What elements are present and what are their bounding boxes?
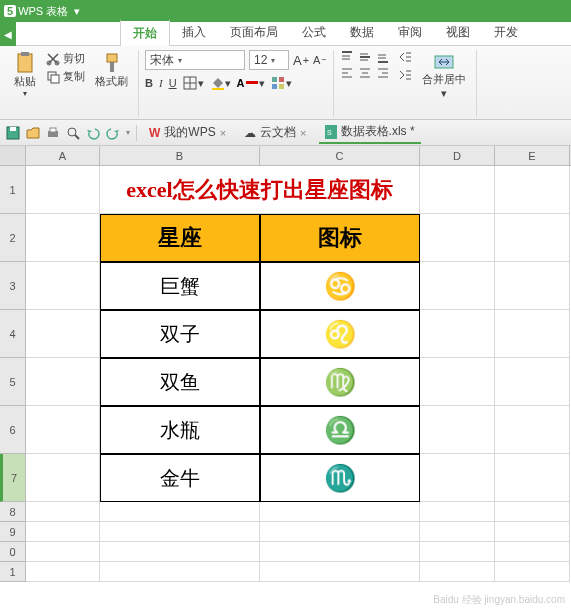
row-header[interactable]: 1 xyxy=(0,562,25,582)
cell[interactable] xyxy=(260,562,420,582)
cell[interactable] xyxy=(420,406,495,454)
select-all-corner[interactable] xyxy=(0,146,26,165)
cell[interactable] xyxy=(495,406,570,454)
qat-redo-button[interactable] xyxy=(106,126,120,140)
row-header[interactable]: 0 xyxy=(0,542,25,562)
zodiac-name-cell[interactable]: 双鱼 xyxy=(100,358,260,406)
cell[interactable] xyxy=(260,522,420,542)
cell[interactable] xyxy=(26,522,100,542)
row-header[interactable]: 8 xyxy=(0,502,25,522)
cell[interactable] xyxy=(260,502,420,522)
doctab-cloud[interactable]: ☁ 云文档 × xyxy=(238,122,312,143)
cell[interactable] xyxy=(495,358,570,406)
col-header-B[interactable]: B xyxy=(100,146,260,165)
font-name-combo[interactable]: 宋体▾ xyxy=(145,50,245,70)
doctab-mywps[interactable]: W 我的WPS × xyxy=(143,122,232,143)
col-header-D[interactable]: D xyxy=(420,146,495,165)
increase-indent-button[interactable] xyxy=(398,68,412,82)
qat-preview-button[interactable] xyxy=(66,126,80,140)
cell[interactable] xyxy=(420,502,495,522)
align-top-button[interactable] xyxy=(340,50,356,64)
cell[interactable] xyxy=(420,522,495,542)
paste-button[interactable]: 粘贴 ▾ xyxy=(10,50,40,100)
cell[interactable] xyxy=(26,406,100,454)
zodiac-name-cell[interactable]: 巨蟹 xyxy=(100,262,260,310)
cell[interactable] xyxy=(26,562,100,582)
cell[interactable] xyxy=(26,454,100,502)
qat-save-button[interactable] xyxy=(6,126,20,140)
table-header-name[interactable]: 星座 xyxy=(100,214,260,262)
cell[interactable] xyxy=(26,310,100,358)
border-button[interactable]: ▾ xyxy=(183,76,204,90)
cell[interactable] xyxy=(260,542,420,562)
cell[interactable] xyxy=(420,310,495,358)
cut-button[interactable]: 剪切 xyxy=(44,50,87,67)
row-header[interactable]: 6 xyxy=(0,406,25,454)
qat-more-button[interactable]: ▾ xyxy=(126,128,130,137)
zodiac-icon-cell[interactable]: ♌ xyxy=(260,310,420,358)
align-center-button[interactable] xyxy=(358,66,374,80)
underline-button[interactable]: U xyxy=(169,77,177,89)
cell[interactable] xyxy=(420,358,495,406)
cell[interactable] xyxy=(100,502,260,522)
cell[interactable] xyxy=(26,358,100,406)
cell[interactable] xyxy=(495,262,570,310)
qat-undo-button[interactable] xyxy=(86,126,100,140)
cell[interactable] xyxy=(495,522,570,542)
cell[interactable] xyxy=(100,562,260,582)
zodiac-name-cell[interactable]: 水瓶 xyxy=(100,406,260,454)
doctab-file[interactable]: S 数据表格.xls * xyxy=(319,121,421,144)
align-right-button[interactable] xyxy=(376,66,392,80)
align-left-button[interactable] xyxy=(340,66,356,80)
cell[interactable] xyxy=(26,262,100,310)
qat-open-button[interactable] xyxy=(26,126,40,140)
title-cell[interactable]: excel怎么快速打出星座图标 xyxy=(100,166,420,214)
align-bottom-button[interactable] xyxy=(376,50,392,64)
collapse-caret[interactable]: ◀ xyxy=(0,22,16,46)
cell[interactable] xyxy=(100,542,260,562)
cell[interactable] xyxy=(420,166,495,214)
tab-view[interactable]: 视图 xyxy=(434,20,482,45)
format-painter-button[interactable]: 格式刷 xyxy=(91,50,132,100)
row-header[interactable]: 3 xyxy=(0,262,25,310)
row-header[interactable]: 5 xyxy=(0,358,25,406)
row-header[interactable]: 4 xyxy=(0,310,25,358)
row-header[interactable]: 9 xyxy=(0,522,25,542)
tab-review[interactable]: 审阅 xyxy=(386,20,434,45)
close-icon[interactable]: × xyxy=(300,127,306,139)
zodiac-name-cell[interactable]: 双子 xyxy=(100,310,260,358)
cell[interactable] xyxy=(26,502,100,522)
row-header-selected[interactable]: 7 xyxy=(0,454,25,502)
app-menu-arrow[interactable]: ▾ xyxy=(74,5,80,18)
cell[interactable] xyxy=(495,310,570,358)
copy-button[interactable]: 复制 xyxy=(44,68,87,85)
font-size-combo[interactable]: 12▾ xyxy=(249,50,289,70)
cell[interactable] xyxy=(495,542,570,562)
cell[interactable] xyxy=(420,454,495,502)
cell[interactable] xyxy=(26,542,100,562)
zodiac-icon-cell[interactable]: ♏ xyxy=(260,454,420,502)
cell[interactable] xyxy=(100,522,260,542)
cell[interactable] xyxy=(420,214,495,262)
bold-button[interactable]: B xyxy=(145,77,153,89)
tab-layout[interactable]: 页面布局 xyxy=(218,20,290,45)
decrease-font-button[interactable]: A− xyxy=(313,54,327,66)
col-header-C[interactable]: C xyxy=(260,146,420,165)
col-header-A[interactable]: A xyxy=(26,146,100,165)
cell[interactable] xyxy=(495,166,570,214)
table-header-icon[interactable]: 图标 xyxy=(260,214,420,262)
close-icon[interactable]: × xyxy=(220,127,226,139)
cell[interactable] xyxy=(495,214,570,262)
cell-grid[interactable]: excel怎么快速打出星座图标 星座 图标 巨蟹 ♋ xyxy=(26,166,570,582)
merge-center-button[interactable]: 合并居中▾ xyxy=(418,50,470,102)
decrease-indent-button[interactable] xyxy=(398,50,412,64)
cell[interactable] xyxy=(495,454,570,502)
zodiac-icon-cell[interactable]: ♎ xyxy=(260,406,420,454)
increase-font-button[interactable]: A+ xyxy=(293,53,309,68)
tab-data[interactable]: 数据 xyxy=(338,20,386,45)
zodiac-icon-cell[interactable]: ♍ xyxy=(260,358,420,406)
fill-color-button[interactable]: ▾ xyxy=(210,76,231,90)
align-middle-button[interactable] xyxy=(358,50,374,64)
tab-start[interactable]: 开始 xyxy=(120,19,170,46)
cell[interactable] xyxy=(420,562,495,582)
